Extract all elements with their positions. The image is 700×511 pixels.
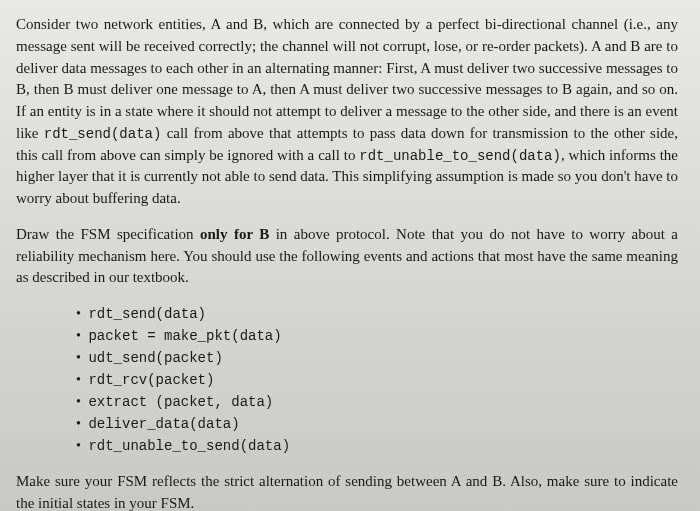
bullet-item: rdt_send(data) [76, 303, 678, 325]
bullet-item: rdt_rcv(packet) [76, 369, 678, 391]
para1-text-1: Consider two network entities, A and B, … [16, 16, 678, 141]
paragraph-2: Draw the FSM specification only for B in… [16, 224, 678, 289]
paragraph-1: Consider two network entities, A and B, … [16, 14, 678, 210]
code-rdt-unable: rdt_unable_to_send(data) [359, 148, 561, 164]
bullet-item: packet = make_pkt(data) [76, 325, 678, 347]
bullet-item: extract (packet, data) [76, 391, 678, 413]
code-rdt-send: rdt_send(data) [44, 126, 162, 142]
bold-only-for-b: only for B [200, 226, 269, 242]
paragraph-3: Make sure your FSM reflects the strict a… [16, 471, 678, 511]
para3-text: Make sure your FSM reflects the strict a… [16, 473, 678, 511]
para2-text-1: Draw the FSM specification [16, 226, 200, 242]
bullet-list: rdt_send(data) packet = make_pkt(data) u… [76, 303, 678, 457]
bullet-item: udt_send(packet) [76, 347, 678, 369]
bullet-item: deliver_data(data) [76, 413, 678, 435]
bullet-item: rdt_unable_to_send(data) [76, 435, 678, 457]
